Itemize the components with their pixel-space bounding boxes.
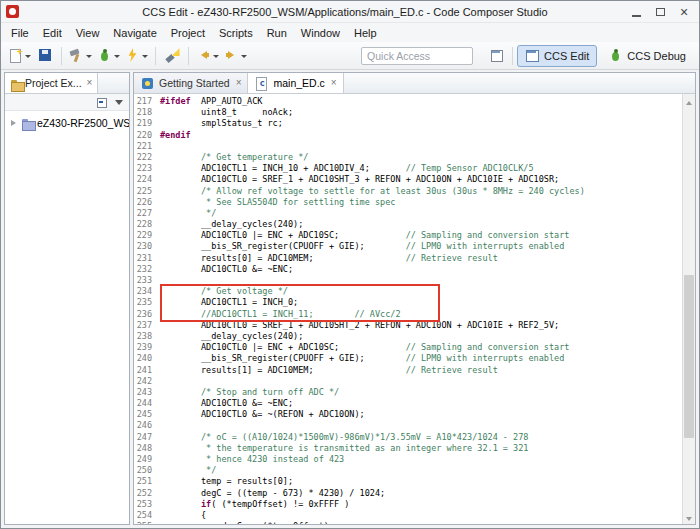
code-line[interactable]: 252 degC = ((temp - 673) * 4230) / 1024; [134, 488, 682, 499]
code-line[interactable]: 225 /* Allow ref voltage to settle for a… [134, 186, 682, 197]
code-line[interactable]: 254 { [134, 510, 682, 521]
code-line[interactable]: 221 [134, 141, 682, 152]
code-line[interactable]: 251 temp = results[0]; [134, 476, 682, 487]
flash-button[interactable] [123, 45, 150, 67]
code-line[interactable]: 239 ADC10CTL0 |= ENC + ADC10SC; // Sampl… [134, 342, 682, 353]
code-line[interactable]: 255 degC += (*tempOffset); [134, 521, 682, 524]
line-number: 251 [134, 476, 160, 487]
ccs-debug-icon [608, 48, 623, 63]
code-line[interactable]: 246 [134, 420, 682, 431]
dropdown-caret-icon[interactable] [86, 55, 92, 61]
view-menu-icon[interactable] [113, 96, 125, 108]
line-text: ADC10CTL1 = INCH_0; [160, 297, 298, 308]
code-line[interactable]: 228 __delay_cycles(240); [134, 219, 682, 230]
menu-run[interactable]: Run [260, 25, 294, 41]
main-toolbar: CCS EditCCS Debug [1, 42, 699, 70]
code-line[interactable]: 248 * the temperature is transmitted as … [134, 443, 682, 454]
line-text: ADC10CTL1 = INCH_10 + ADC10DIV_4; // Tem… [160, 163, 534, 174]
search-button[interactable] [161, 45, 183, 67]
debug-button[interactable] [95, 45, 122, 67]
line-number: 217 [134, 96, 160, 107]
code-line[interactable]: 229 ADC10CTL0 |= ENC + ADC10SC; // Sampl… [134, 230, 682, 241]
project-explorer-tab[interactable]: Project Ex... × [5, 73, 98, 93]
code-line[interactable]: 234 /* Get voltage */ [134, 286, 682, 297]
back-button[interactable] [194, 45, 221, 67]
code-line[interactable]: 217#ifdef APP_AUTO_ACK [134, 96, 682, 107]
dropdown-caret-icon[interactable] [114, 55, 120, 61]
line-text: __bis_SR_register(CPUOFF + GIE); // LPM0… [160, 241, 564, 252]
line-number: 228 [134, 219, 160, 230]
tree-item-ez430-rf2500-wsm[interactable]: eZ430-RF2500_WSM [5, 114, 129, 131]
quick-access-input[interactable] [361, 47, 473, 65]
editor-tab-getting-started[interactable]: Getting Started× [134, 73, 248, 93]
dropdown-caret-icon[interactable] [25, 55, 31, 61]
code-line[interactable]: 243 /* Stop and turn off ADC */ [134, 387, 682, 398]
code-line[interactable]: 235 ADC10CTL1 = INCH_0; [134, 297, 682, 308]
build-icon [69, 48, 84, 63]
code-line[interactable]: 223 ADC10CTL1 = INCH_10 + ADC10DIV_4; //… [134, 163, 682, 174]
vertical-scrollbar[interactable] [682, 94, 695, 524]
save-button[interactable] [34, 45, 56, 67]
build-button[interactable] [67, 45, 94, 67]
perspective-ccs-debug[interactable]: CCS Debug [600, 45, 694, 67]
code-line[interactable]: 220#endif [134, 130, 682, 141]
collapse-all-icon[interactable] [96, 96, 108, 108]
line-number: 242 [134, 376, 160, 387]
ccs-window: CCS Edit - eZ430-RF2500_WSM/Applications… [0, 0, 700, 529]
close-button[interactable]: × [672, 3, 696, 21]
editor-tab-main-ed-c[interactable]: main_ED.c× [248, 73, 343, 93]
line-number: 255 [134, 521, 160, 524]
code-line[interactable]: 218 uint8_t noAck; [134, 107, 682, 118]
menu-scripts[interactable]: Scripts [212, 25, 260, 41]
scrollbar-thumb[interactable] [684, 275, 694, 438]
menu-edit[interactable]: Edit [36, 25, 69, 41]
code-line[interactable]: 230 __bis_SR_register(CPUOFF + GIE); // … [134, 241, 682, 252]
code-line[interactable]: 222 /* Get temperature */ [134, 152, 682, 163]
expander-icon[interactable] [11, 120, 19, 126]
open-perspective-button[interactable] [486, 45, 508, 67]
menu-project[interactable]: Project [164, 25, 212, 41]
code-line[interactable]: 247 /* oC = ((A10/1024)*1500mV)-986mV)*1… [134, 432, 682, 443]
code-line[interactable]: 237 ADC10CTL0 = SREF_1 + ADC10SHT_2 + RE… [134, 320, 682, 331]
code-line[interactable]: 236 //ADC10CTL1 = INCH_11; // AVcc/2 [134, 309, 682, 320]
code-line[interactable]: 226 * See SLAS504D for settling time spe… [134, 197, 682, 208]
code-line[interactable]: 224 ADC10CTL0 = SREF_1 + ADC10SHT_3 + RE… [134, 174, 682, 185]
code-line[interactable]: 240 __bis_SR_register(CPUOFF + GIE); // … [134, 353, 682, 364]
forward-button[interactable] [222, 45, 249, 67]
code-line[interactable]: 227 */ [134, 208, 682, 219]
code-line[interactable]: 249 * hence 4230 instead of 423 [134, 454, 682, 465]
menu-help[interactable]: Help [347, 25, 384, 41]
close-view-icon[interactable]: × [87, 78, 93, 88]
menu-navigate[interactable]: Navigate [106, 25, 163, 41]
close-tab-icon[interactable]: × [236, 78, 242, 88]
menu-view[interactable]: View [69, 25, 107, 41]
code-line[interactable]: 241 results[1] = ADC10MEM; // Retrieve r… [134, 365, 682, 376]
code-line[interactable]: 238 __delay_cycles(240); [134, 331, 682, 342]
code-line[interactable]: 219 smplStatus_t rc; [134, 118, 682, 129]
close-tab-icon[interactable]: × [331, 78, 337, 88]
window-title: CCS Edit - eZ430-RF2500_WSM/Applications… [71, 6, 619, 18]
line-text: ADC10CTL0 |= ENC + ADC10SC; // Sampling … [160, 230, 569, 241]
code-line[interactable]: 233 [134, 275, 682, 286]
new-wizard-button[interactable] [6, 45, 33, 67]
perspective-ccs-edit[interactable]: CCS Edit [517, 45, 597, 67]
dropdown-caret-icon[interactable] [213, 55, 219, 61]
menu-file[interactable]: File [4, 25, 36, 41]
scroll-down-icon[interactable] [683, 512, 695, 524]
code-line[interactable]: 253 if( (*tempOffset) != 0xFFFF ) [134, 499, 682, 510]
code-line[interactable]: 250 */ [134, 465, 682, 476]
search-icon [165, 48, 180, 63]
code-line[interactable]: 232 ADC10CTL0 &= ~ENC; [134, 264, 682, 275]
line-number: 237 [134, 320, 160, 331]
code-line[interactable]: 242 [134, 376, 682, 387]
line-text: ADC10CTL0 = SREF_1 + ADC10SHT_2 + REFON … [160, 320, 559, 331]
code-line[interactable]: 231 results[0] = ADC10MEM; // Retrieve r… [134, 253, 682, 264]
code-line[interactable]: 245 ADC10CTL0 &= ~(REFON + ADC10ON); [134, 409, 682, 420]
dropdown-caret-icon[interactable] [241, 55, 247, 61]
code-line[interactable]: 244 ADC10CTL0 &= ~ENC; [134, 398, 682, 409]
minimize-button[interactable] [624, 3, 648, 21]
dropdown-caret-icon[interactable] [142, 55, 148, 61]
menu-window[interactable]: Window [294, 25, 347, 41]
scroll-up-icon[interactable] [683, 94, 695, 106]
maximize-button[interactable] [648, 3, 672, 21]
